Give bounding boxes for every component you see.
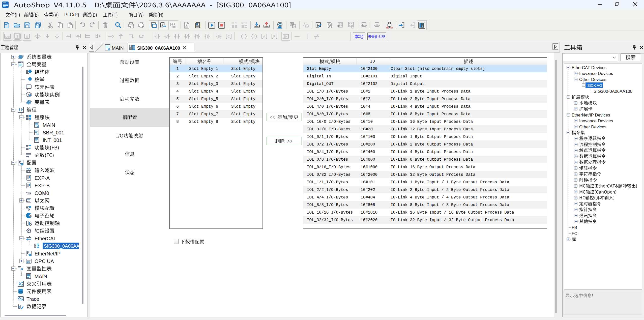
svg-text:ST: ST [390,26,393,29]
svg-text:A: A [263,35,265,38]
svg-text:I: I [37,140,37,143]
svg-text:S: S [16,35,18,38]
svg-text:F: F [273,35,275,38]
svg-text:10: 10 [293,25,296,28]
svg-text:C: C [228,35,230,38]
svg-text:S: S [26,35,28,38]
svg-text:LAD: LAD [5,36,10,38]
svg-text:M: M [108,48,110,51]
svg-text:PLC: PLC [231,22,237,25]
svg-text:(): () [26,156,29,158]
svg-text:S: S [37,133,38,135]
svg-text:S: S [218,35,220,38]
svg-text:TE: TE [386,26,389,29]
svg-text:OPC: OPC [27,262,31,263]
svg-text:M: M [37,125,39,128]
svg-text:RTU: RTU [241,22,247,25]
